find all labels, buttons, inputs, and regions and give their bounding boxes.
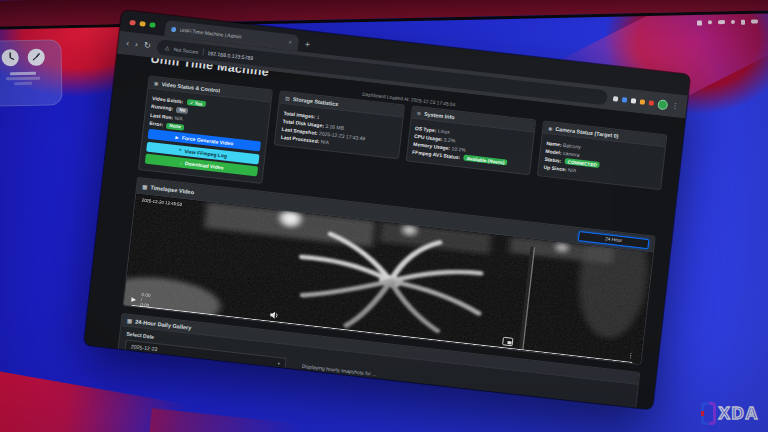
forward-icon[interactable]: › bbox=[135, 40, 139, 49]
xda-logo-icon bbox=[701, 402, 716, 425]
calendar-dropdown-icon: ▾ bbox=[278, 360, 281, 365]
extension-icon[interactable] bbox=[640, 99, 646, 105]
panel-title: System Info bbox=[424, 110, 455, 119]
control-center-icon[interactable] bbox=[740, 20, 745, 25]
extension-icon[interactable] bbox=[613, 96, 619, 102]
extension-icons: ⋮ bbox=[613, 94, 680, 111]
panel-camera-status: ◉ Camera Status (Target 0) Name: Balcony… bbox=[537, 120, 668, 189]
xda-logo-text: XDA bbox=[719, 404, 759, 424]
widget-caption bbox=[0, 71, 55, 85]
extension-icon[interactable] bbox=[631, 98, 637, 104]
clock-menubar-item[interactable] bbox=[751, 20, 758, 24]
analog-clock-icon bbox=[0, 48, 19, 67]
window-controls bbox=[129, 19, 155, 27]
section-title: Timelapse Video bbox=[150, 184, 194, 195]
browser-window: UniFi Time Machine | Admin × + ‹ › ↻ ⚠ N… bbox=[84, 10, 690, 410]
extension-icon[interactable] bbox=[622, 97, 628, 103]
status-badge: No bbox=[176, 107, 189, 114]
xda-watermark: XDA bbox=[701, 402, 759, 425]
panel-system-info: ⚙ System Info OS Type: Linux CPU Usage: … bbox=[405, 105, 536, 174]
gallery-icon: ▦ bbox=[127, 317, 133, 324]
status-badge: ✓ Yes bbox=[186, 99, 206, 107]
video-camera-icon: ▣ bbox=[154, 80, 159, 86]
log-icon: ≡ bbox=[179, 147, 182, 152]
profile-avatar[interactable] bbox=[657, 99, 668, 110]
search-icon[interactable] bbox=[730, 20, 734, 24]
download-icon: ↓ bbox=[179, 160, 182, 165]
address-divider bbox=[202, 48, 204, 55]
desktop-photo: UniFi Time Machine | Admin × + ‹ › ↻ ⚠ N… bbox=[0, 0, 768, 432]
camera-icon: ◉ bbox=[548, 125, 553, 131]
back-icon[interactable]: ‹ bbox=[126, 39, 130, 48]
world-clock-widget[interactable] bbox=[0, 39, 63, 106]
new-tab-button[interactable]: + bbox=[304, 39, 310, 50]
url-text: 192.168.0.123:5789 bbox=[207, 49, 254, 60]
extension-icon[interactable] bbox=[649, 100, 655, 106]
play-icon[interactable]: ▶ bbox=[131, 295, 136, 301]
film-icon: ▦ bbox=[142, 183, 148, 190]
zoom-window-button[interactable] bbox=[149, 22, 155, 28]
security-label: Not Secure bbox=[173, 46, 199, 55]
status-badge: None bbox=[166, 122, 184, 130]
display-icon[interactable] bbox=[697, 21, 702, 26]
tab-favicon bbox=[170, 26, 176, 32]
reload-icon[interactable]: ↻ bbox=[143, 41, 151, 50]
storage-icon: ▤ bbox=[285, 95, 290, 101]
panel-video-status: ▣ Video Status & Control Video Exists: ✓… bbox=[138, 75, 273, 184]
analog-clock-icon bbox=[26, 48, 45, 67]
battery-icon[interactable] bbox=[717, 20, 724, 24]
play-icon: ▶ bbox=[175, 134, 179, 139]
browser-menu-icon[interactable]: ⋮ bbox=[671, 101, 679, 110]
gear-icon: ⚙ bbox=[416, 110, 421, 116]
not-secure-icon: ⚠ bbox=[164, 45, 170, 52]
panel-storage-stats: ▤ Storage Statistics Total Images: 1 Tot… bbox=[274, 90, 405, 159]
tab-close-icon[interactable]: × bbox=[288, 39, 292, 45]
wifi-icon[interactable] bbox=[707, 21, 711, 25]
minimize-window-button[interactable] bbox=[139, 21, 145, 27]
video-menu-icon[interactable]: ⋮ bbox=[627, 351, 635, 360]
close-window-button[interactable] bbox=[129, 19, 135, 25]
